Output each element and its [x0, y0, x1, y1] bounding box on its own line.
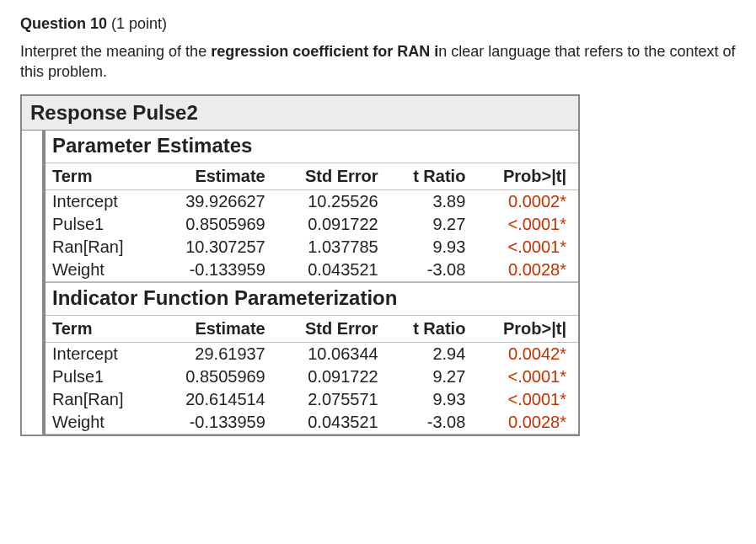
cell-estimate: 0.8505969	[156, 365, 277, 388]
table-row: Weight -0.133959 0.043521 -3.08 0.0028*	[46, 259, 578, 282]
table-row: Pulse1 0.8505969 0.091722 9.27 <.0001*	[46, 213, 578, 236]
stats-inner: Parameter Estimates Term Estimate Std Er…	[42, 131, 578, 435]
col-tratio: t Ratio	[390, 163, 478, 189]
response-title: Response Pulse2	[22, 96, 578, 131]
cell-term: Weight	[46, 259, 156, 282]
cell-estimate: -0.133959	[156, 259, 277, 282]
section-title: Parameter Estimates	[46, 131, 578, 163]
cell-tratio: 2.94	[390, 342, 478, 365]
cell-term: Pulse1	[46, 213, 156, 236]
section-title: Indicator Function Parameterization	[46, 282, 578, 315]
table-row: Intercept 39.926627 10.25526 3.89 0.0002…	[46, 189, 578, 213]
cell-tratio: -3.08	[390, 259, 478, 282]
cell-term: Ran[Ran]	[46, 236, 156, 259]
cell-tratio: 3.89	[390, 189, 478, 213]
cell-estimate: 10.307257	[156, 236, 277, 259]
cell-estimate: -0.133959	[156, 411, 277, 435]
question-header: Question 10 (1 point)	[20, 15, 736, 33]
cell-tratio: 9.93	[390, 236, 478, 259]
cell-stderr: 0.091722	[277, 213, 390, 236]
table-header-row: Term Estimate Std Error t Ratio Prob>|t|	[46, 163, 578, 189]
table-row: Weight -0.133959 0.043521 -3.08 0.0028*	[46, 411, 578, 435]
cell-stderr: 1.037785	[277, 236, 390, 259]
cell-stderr: 0.043521	[277, 259, 390, 282]
col-prob: Prob>|t|	[477, 315, 578, 342]
cell-prob: <.0001*	[477, 388, 578, 411]
stats-panel: Response Pulse2 Parameter Estimates Term…	[20, 94, 580, 436]
col-estimate: Estimate	[156, 315, 277, 342]
cell-estimate: 29.61937	[156, 342, 277, 365]
table-header-row: Term Estimate Std Error t Ratio Prob>|t|	[46, 315, 578, 342]
question-prompt: Interpret the meaning of the regression …	[20, 41, 736, 83]
col-stderr: Std Error	[277, 163, 390, 189]
col-tratio: t Ratio	[390, 315, 478, 342]
cell-prob: <.0001*	[477, 236, 578, 259]
table-row: Ran[Ran] 20.614514 2.075571 9.93 <.0001*	[46, 388, 578, 411]
cell-stderr: 10.06344	[277, 342, 390, 365]
table-indicator-function: Term Estimate Std Error t Ratio Prob>|t|…	[46, 315, 578, 435]
cell-stderr: 0.091722	[277, 365, 390, 388]
cell-stderr: 10.25526	[277, 189, 390, 213]
table-row: Pulse1 0.8505969 0.091722 9.27 <.0001*	[46, 365, 578, 388]
cell-estimate: 39.926627	[156, 189, 277, 213]
cell-prob: 0.0002*	[477, 189, 578, 213]
cell-prob: 0.0028*	[477, 411, 578, 435]
cell-tratio: 9.27	[390, 213, 478, 236]
cell-estimate: 20.614514	[156, 388, 277, 411]
prompt-bold: regression coefficient for RAN i	[211, 43, 438, 60]
col-term: Term	[46, 315, 156, 342]
cell-prob: <.0001*	[477, 365, 578, 388]
question-number: Question 10	[20, 15, 107, 32]
cell-prob: <.0001*	[477, 213, 578, 236]
cell-term: Intercept	[46, 189, 156, 213]
cell-prob: 0.0028*	[477, 259, 578, 282]
cell-tratio: -3.08	[390, 411, 478, 435]
table-row: Ran[Ran] 10.307257 1.037785 9.93 <.0001*	[46, 236, 578, 259]
table-row: Intercept 29.61937 10.06344 2.94 0.0042*	[46, 342, 578, 365]
cell-stderr: 2.075571	[277, 388, 390, 411]
cell-tratio: 9.93	[390, 388, 478, 411]
cell-term: Intercept	[46, 342, 156, 365]
prompt-text-1: Interpret the meaning of the	[20, 43, 211, 60]
cell-term: Pulse1	[46, 365, 156, 388]
cell-estimate: 0.8505969	[156, 213, 277, 236]
col-estimate: Estimate	[156, 163, 277, 189]
page: Question 10 (1 point) Interpret the mean…	[0, 0, 756, 544]
question-points: (1 point)	[111, 15, 167, 32]
cell-tratio: 9.27	[390, 365, 478, 388]
col-term: Term	[46, 163, 156, 189]
col-stderr: Std Error	[277, 315, 390, 342]
cell-prob: 0.0042*	[477, 342, 578, 365]
cell-stderr: 0.043521	[277, 411, 390, 435]
table-parameter-estimates: Term Estimate Std Error t Ratio Prob>|t|…	[46, 163, 578, 282]
cell-term: Ran[Ran]	[46, 388, 156, 411]
col-prob: Prob>|t|	[477, 163, 578, 189]
cell-term: Weight	[46, 411, 156, 435]
